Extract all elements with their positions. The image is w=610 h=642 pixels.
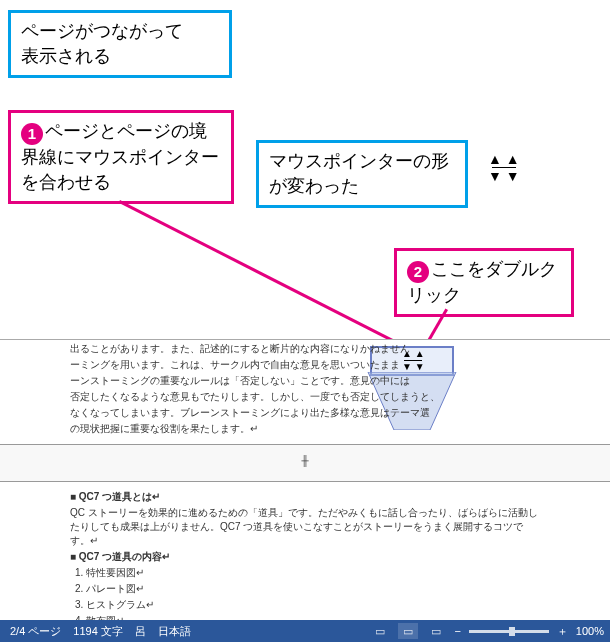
paragraph: 出ることがあります。また、記述的にすると断片的な内容になりかねません — [70, 342, 540, 356]
paragraph: QC ストーリーを効果的に進めるための「道具」です。ただやみくもに話し合ったり、… — [70, 506, 540, 548]
paragraph: の現状把握に重要な役割を果たします。↵ — [70, 422, 540, 436]
callout-step-2-text: ここをダブルクリック — [407, 259, 557, 305]
paragraph: なくなってしまいます。ブレーンストーミングにより出た多様な意見はテーマ選 — [70, 406, 540, 420]
view-web-layout-icon[interactable]: ▭ — [426, 623, 446, 639]
view-print-layout-icon[interactable]: ▭ — [398, 623, 418, 639]
leader-line-1 — [119, 200, 423, 357]
list-item: パレート図↵ — [86, 582, 540, 596]
page-break-cursor-icon: ▲ ▲ ▼ ▼ — [488, 152, 520, 183]
document-area[interactable]: 出ることがあります。また、記述的にすると断片的な内容になりかねませんーミングを用… — [0, 340, 610, 620]
zoom-level[interactable]: 100% — [576, 625, 604, 637]
word-app-window: ▲ ▲ ▼ ▼ 出ることがあります。また、記述的にすると断片的な内容になりかねま… — [0, 339, 610, 642]
callout-info-top: ページがつながって 表示される — [8, 10, 232, 78]
paragraph: 否定したくなるような意見もでたりします。しかし、一度でも否定してしまうと、 — [70, 390, 540, 404]
step-badge-2: 2 — [407, 261, 429, 283]
step-badge-1: 1 — [21, 123, 43, 145]
paragraph: ーンストーミングの重要なルールは「否定しない」ことです。意見の中には — [70, 374, 540, 388]
list-item: 特性要因図↵ — [86, 566, 540, 580]
callout-step-1: 1ページとページの境界線にマウスポインターを合わせる — [8, 110, 234, 204]
heading-qc7: ■ QC7 つ道具とは↵ — [70, 490, 540, 504]
zoom-out-button[interactable]: − — [454, 625, 460, 637]
status-page[interactable]: 2/4 ページ — [10, 624, 61, 639]
zoom-slider[interactable] — [469, 630, 549, 633]
status-lang-icon[interactable]: 呂 — [135, 624, 146, 639]
paragraph: ーミングを用います。これは、サークル内で自由な意見を思いついたまま — [70, 358, 540, 372]
zoom-in-button[interactable]: ＋ — [557, 624, 568, 639]
page-break-region[interactable]: ╫ — [0, 444, 610, 482]
page-break-cursor-icon: ╫ — [301, 455, 308, 466]
callout-top-text: ページがつながって 表示される — [21, 21, 183, 66]
status-bar: 2/4 ページ 1194 文字 呂 日本語 ▭ ▭ ▭ − ＋ 100% — [0, 620, 610, 642]
callout-step-1-text: ページとページの境界線にマウスポインターを合わせる — [21, 121, 219, 192]
view-read-mode-icon[interactable]: ▭ — [370, 623, 390, 639]
callout-info-mouse: マウスポインターの形が変わった — [256, 140, 468, 208]
heading-qc7-contents: ■ QC7 つ道具の内容↵ — [70, 550, 540, 564]
callout-step-2: 2ここをダブルクリック — [394, 248, 574, 317]
list-item: ヒストグラム↵ — [86, 598, 540, 612]
status-word-count[interactable]: 1194 文字 — [73, 624, 123, 639]
callout-mouse-text: マウスポインターの形が変わった — [269, 151, 449, 196]
status-language[interactable]: 日本語 — [158, 624, 191, 639]
